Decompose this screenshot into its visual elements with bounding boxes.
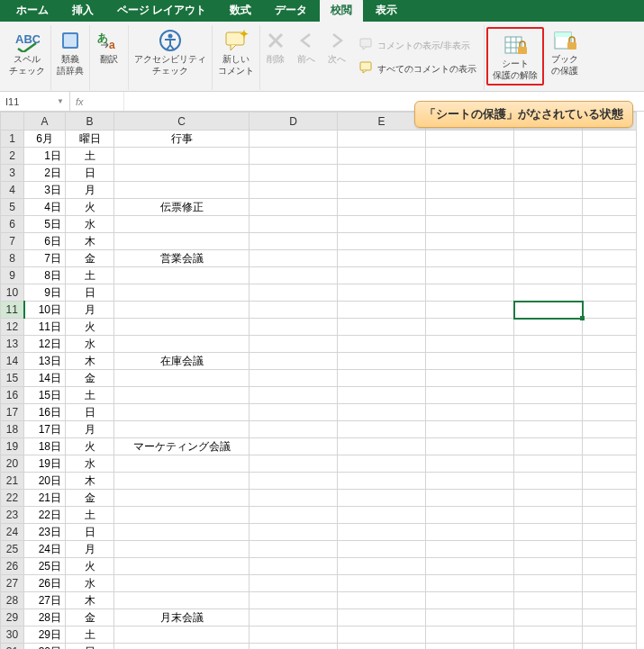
cell[interactable]: [338, 387, 426, 404]
cell[interactable]: [583, 438, 637, 455]
cell[interactable]: [338, 199, 426, 216]
row-header-5[interactable]: 5: [1, 199, 24, 216]
tab-home[interactable]: ホーム: [5, 0, 59, 22]
cell[interactable]: [583, 473, 637, 490]
cell[interactable]: [583, 353, 637, 370]
cell[interactable]: [114, 319, 249, 336]
row-header-4[interactable]: 4: [1, 182, 24, 199]
cell[interactable]: 日: [66, 644, 114, 650]
cell[interactable]: [583, 609, 637, 626]
cell[interactable]: [114, 216, 249, 233]
protect-workbook-button[interactable]: ブック の保護: [548, 25, 582, 78]
cell[interactable]: 18日: [24, 438, 66, 455]
cell[interactable]: [338, 575, 426, 592]
cell[interactable]: [514, 592, 583, 609]
row-header-18[interactable]: 18: [1, 421, 24, 438]
cell[interactable]: 6月: [24, 131, 66, 148]
row-header-31[interactable]: 31: [1, 644, 24, 650]
cell[interactable]: [249, 507, 338, 524]
cell[interactable]: 5日: [24, 216, 66, 233]
cell[interactable]: 曜日: [66, 131, 114, 148]
cell[interactable]: [114, 370, 249, 387]
cell[interactable]: 16日: [24, 404, 66, 421]
cell[interactable]: 1日: [24, 148, 66, 165]
cell[interactable]: [338, 353, 426, 370]
cell[interactable]: [514, 473, 583, 490]
cell[interactable]: [426, 507, 514, 524]
cell[interactable]: [514, 575, 583, 592]
cell[interactable]: 23日: [24, 524, 66, 541]
cell[interactable]: [426, 199, 514, 216]
cell[interactable]: 17日: [24, 421, 66, 438]
cell[interactable]: [114, 267, 249, 284]
cell[interactable]: [583, 541, 637, 558]
cell[interactable]: [249, 233, 338, 250]
cell[interactable]: [583, 250, 637, 267]
cell[interactable]: [583, 387, 637, 404]
cell[interactable]: [426, 370, 514, 387]
cell[interactable]: 日: [66, 165, 114, 182]
cell[interactable]: [583, 284, 637, 302]
cell[interactable]: [583, 592, 637, 609]
cell[interactable]: [249, 438, 338, 455]
row-header-16[interactable]: 16: [1, 387, 24, 404]
cell[interactable]: 火: [66, 438, 114, 455]
row-header-7[interactable]: 7: [1, 233, 24, 250]
cell[interactable]: [514, 319, 583, 336]
cell[interactable]: 日: [66, 404, 114, 421]
name-box[interactable]: I11 ▼: [0, 92, 70, 111]
cell[interactable]: 13日: [24, 353, 66, 370]
cell[interactable]: [338, 267, 426, 284]
cell[interactable]: [514, 267, 583, 284]
show-all-comments-button[interactable]: すべてのコメントの表示: [356, 59, 480, 79]
cell[interactable]: 10日: [24, 302, 66, 319]
cell[interactable]: [583, 558, 637, 575]
cell[interactable]: [114, 507, 249, 524]
cell[interactable]: 土: [66, 626, 114, 644]
row-header-24[interactable]: 24: [1, 524, 24, 541]
unprotect-sheet-button[interactable]: シート 保護の解除: [489, 30, 541, 83]
cell[interactable]: [338, 165, 426, 182]
cell[interactable]: 19日: [24, 455, 66, 473]
cell[interactable]: マーケティング会議: [114, 438, 249, 455]
row-header-20[interactable]: 20: [1, 455, 24, 473]
cell[interactable]: [338, 507, 426, 524]
col-header-C[interactable]: C: [114, 113, 249, 131]
cell[interactable]: [583, 319, 637, 336]
cell[interactable]: [426, 421, 514, 438]
cell[interactable]: [338, 626, 426, 644]
row-header-3[interactable]: 3: [1, 165, 24, 182]
cell[interactable]: [338, 148, 426, 165]
cell[interactable]: [114, 644, 249, 650]
cell[interactable]: [514, 284, 583, 302]
cell[interactable]: [338, 182, 426, 199]
cell[interactable]: [426, 387, 514, 404]
cell[interactable]: [338, 558, 426, 575]
cell[interactable]: [426, 353, 514, 370]
cell[interactable]: [426, 404, 514, 421]
spell-check-button[interactable]: ABC スペル チェック: [5, 25, 49, 78]
cell[interactable]: [514, 148, 583, 165]
cell[interactable]: [249, 626, 338, 644]
cell[interactable]: [249, 490, 338, 507]
cell[interactable]: [338, 438, 426, 455]
tab-insert[interactable]: 挿入: [61, 0, 104, 22]
cell[interactable]: [514, 507, 583, 524]
cell[interactable]: 26日: [24, 575, 66, 592]
cell[interactable]: [338, 284, 426, 302]
cell[interactable]: [514, 250, 583, 267]
cell[interactable]: 28日: [24, 609, 66, 626]
cell[interactable]: 金: [66, 609, 114, 626]
row-header-21[interactable]: 21: [1, 473, 24, 490]
row-header-26[interactable]: 26: [1, 558, 24, 575]
cell[interactable]: 2日: [24, 165, 66, 182]
cell[interactable]: 7日: [24, 250, 66, 267]
row-header-8[interactable]: 8: [1, 250, 24, 267]
cell[interactable]: [514, 541, 583, 558]
cell[interactable]: [338, 336, 426, 353]
cell[interactable]: 22日: [24, 507, 66, 524]
cell[interactable]: [249, 644, 338, 650]
cell[interactable]: [338, 370, 426, 387]
cell[interactable]: [249, 370, 338, 387]
cell[interactable]: [249, 541, 338, 558]
